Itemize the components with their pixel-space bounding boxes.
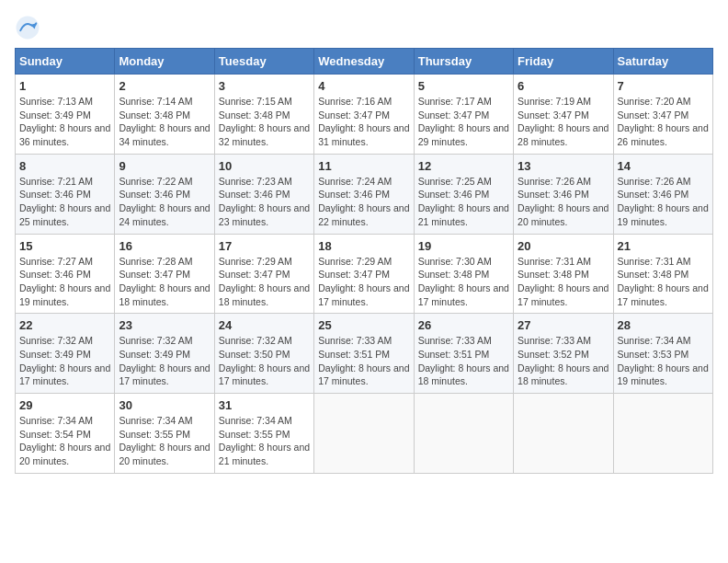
- day-number: 19: [418, 239, 509, 253]
- day-info: Sunrise: 7:27 AM Sunset: 3:46 PM Dayligh…: [19, 255, 110, 309]
- day-number: 28: [618, 318, 709, 332]
- day-info: Sunrise: 7:32 AM Sunset: 3:49 PM Dayligh…: [119, 334, 210, 388]
- calendar-header-tuesday: Tuesday: [214, 49, 313, 75]
- calendar-week-row: 8 Sunrise: 7:21 AM Sunset: 3:46 PM Dayli…: [16, 154, 713, 234]
- calendar-cell: 26 Sunrise: 7:33 AM Sunset: 3:51 PM Dayl…: [414, 314, 513, 394]
- day-number: 1: [19, 79, 110, 93]
- calendar-week-row: 1 Sunrise: 7:13 AM Sunset: 3:49 PM Dayli…: [16, 75, 713, 155]
- day-info: Sunrise: 7:29 AM Sunset: 3:47 PM Dayligh…: [219, 255, 310, 309]
- page-header: [15, 15, 713, 40]
- calendar-cell: 15 Sunrise: 7:27 AM Sunset: 3:46 PM Dayl…: [16, 234, 115, 314]
- calendar-header-friday: Friday: [514, 49, 613, 75]
- calendar-week-row: 22 Sunrise: 7:32 AM Sunset: 3:49 PM Dayl…: [16, 314, 713, 394]
- svg-point-0: [17, 17, 40, 40]
- day-info: Sunrise: 7:32 AM Sunset: 3:50 PM Dayligh…: [219, 334, 310, 388]
- day-number: 4: [318, 79, 409, 93]
- day-number: 11: [318, 159, 409, 173]
- calendar-cell: 2 Sunrise: 7:14 AM Sunset: 3:48 PM Dayli…: [115, 75, 214, 155]
- day-info: Sunrise: 7:19 AM Sunset: 3:47 PM Dayligh…: [518, 95, 609, 149]
- calendar-cell: [314, 394, 414, 474]
- day-number: 10: [219, 159, 310, 173]
- day-info: Sunrise: 7:29 AM Sunset: 3:47 PM Dayligh…: [318, 255, 409, 309]
- day-number: 13: [518, 159, 609, 173]
- day-number: 17: [219, 239, 310, 253]
- calendar-cell: 20 Sunrise: 7:31 AM Sunset: 3:48 PM Dayl…: [514, 234, 613, 314]
- logo-icon: [15, 15, 40, 40]
- calendar-cell: 19 Sunrise: 7:30 AM Sunset: 3:48 PM Dayl…: [414, 234, 513, 314]
- calendar-cell: 13 Sunrise: 7:26 AM Sunset: 3:46 PM Dayl…: [514, 154, 613, 234]
- day-number: 23: [119, 318, 210, 332]
- calendar-cell: 27 Sunrise: 7:33 AM Sunset: 3:52 PM Dayl…: [514, 314, 613, 394]
- calendar-cell: 22 Sunrise: 7:32 AM Sunset: 3:49 PM Dayl…: [16, 314, 115, 394]
- day-info: Sunrise: 7:22 AM Sunset: 3:46 PM Dayligh…: [119, 175, 210, 229]
- day-number: 7: [618, 79, 709, 93]
- day-info: Sunrise: 7:14 AM Sunset: 3:48 PM Dayligh…: [119, 95, 210, 149]
- day-number: 27: [518, 318, 609, 332]
- day-number: 24: [219, 318, 310, 332]
- calendar-cell: 24 Sunrise: 7:32 AM Sunset: 3:50 PM Dayl…: [214, 314, 313, 394]
- calendar-cell: 4 Sunrise: 7:16 AM Sunset: 3:47 PM Dayli…: [314, 75, 414, 155]
- day-info: Sunrise: 7:15 AM Sunset: 3:48 PM Dayligh…: [219, 95, 310, 149]
- day-number: 15: [19, 239, 110, 253]
- calendar-header-thursday: Thursday: [414, 49, 513, 75]
- day-number: 2: [119, 79, 210, 93]
- day-info: Sunrise: 7:31 AM Sunset: 3:48 PM Dayligh…: [618, 255, 709, 309]
- day-info: Sunrise: 7:28 AM Sunset: 3:47 PM Dayligh…: [119, 255, 210, 309]
- calendar-header-row: SundayMondayTuesdayWednesdayThursdayFrid…: [16, 49, 713, 75]
- calendar-cell: 17 Sunrise: 7:29 AM Sunset: 3:47 PM Dayl…: [214, 234, 313, 314]
- calendar-header-sunday: Sunday: [16, 49, 115, 75]
- calendar-cell: [613, 394, 712, 474]
- day-info: Sunrise: 7:16 AM Sunset: 3:47 PM Dayligh…: [318, 95, 409, 149]
- calendar-cell: 16 Sunrise: 7:28 AM Sunset: 3:47 PM Dayl…: [115, 234, 214, 314]
- calendar-cell: 11 Sunrise: 7:24 AM Sunset: 3:46 PM Dayl…: [314, 154, 414, 234]
- day-info: Sunrise: 7:13 AM Sunset: 3:49 PM Dayligh…: [19, 95, 110, 149]
- day-info: Sunrise: 7:25 AM Sunset: 3:46 PM Dayligh…: [418, 175, 509, 229]
- day-info: Sunrise: 7:26 AM Sunset: 3:46 PM Dayligh…: [618, 175, 709, 229]
- day-number: 31: [219, 398, 310, 412]
- calendar-cell: 1 Sunrise: 7:13 AM Sunset: 3:49 PM Dayli…: [16, 75, 115, 155]
- calendar-cell: 8 Sunrise: 7:21 AM Sunset: 3:46 PM Dayli…: [16, 154, 115, 234]
- day-number: 21: [618, 239, 709, 253]
- calendar-cell: 29 Sunrise: 7:34 AM Sunset: 3:54 PM Dayl…: [16, 394, 115, 474]
- calendar-cell: 7 Sunrise: 7:20 AM Sunset: 3:47 PM Dayli…: [613, 75, 712, 155]
- day-number: 18: [318, 239, 409, 253]
- day-info: Sunrise: 7:31 AM Sunset: 3:48 PM Dayligh…: [518, 255, 609, 309]
- day-number: 30: [119, 398, 210, 412]
- calendar-cell: 30 Sunrise: 7:34 AM Sunset: 3:55 PM Dayl…: [115, 394, 214, 474]
- day-info: Sunrise: 7:17 AM Sunset: 3:47 PM Dayligh…: [418, 95, 509, 149]
- calendar-week-row: 15 Sunrise: 7:27 AM Sunset: 3:46 PM Dayl…: [16, 234, 713, 314]
- day-info: Sunrise: 7:32 AM Sunset: 3:49 PM Dayligh…: [19, 334, 110, 388]
- calendar-cell: 14 Sunrise: 7:26 AM Sunset: 3:46 PM Dayl…: [613, 154, 712, 234]
- day-number: 22: [19, 318, 110, 332]
- calendar-cell: 25 Sunrise: 7:33 AM Sunset: 3:51 PM Dayl…: [314, 314, 414, 394]
- calendar-cell: 12 Sunrise: 7:25 AM Sunset: 3:46 PM Dayl…: [414, 154, 513, 234]
- calendar-header-saturday: Saturday: [613, 49, 712, 75]
- day-info: Sunrise: 7:34 AM Sunset: 3:55 PM Dayligh…: [219, 414, 310, 468]
- day-info: Sunrise: 7:30 AM Sunset: 3:48 PM Dayligh…: [418, 255, 509, 309]
- calendar-cell: [414, 394, 513, 474]
- day-info: Sunrise: 7:34 AM Sunset: 3:55 PM Dayligh…: [119, 414, 210, 468]
- day-info: Sunrise: 7:33 AM Sunset: 3:51 PM Dayligh…: [418, 334, 509, 388]
- calendar-cell: 21 Sunrise: 7:31 AM Sunset: 3:48 PM Dayl…: [613, 234, 712, 314]
- calendar-week-row: 29 Sunrise: 7:34 AM Sunset: 3:54 PM Dayl…: [16, 394, 713, 474]
- calendar-table: SundayMondayTuesdayWednesdayThursdayFrid…: [15, 48, 713, 474]
- day-info: Sunrise: 7:33 AM Sunset: 3:52 PM Dayligh…: [518, 334, 609, 388]
- calendar-cell: 5 Sunrise: 7:17 AM Sunset: 3:47 PM Dayli…: [414, 75, 513, 155]
- day-info: Sunrise: 7:24 AM Sunset: 3:46 PM Dayligh…: [318, 175, 409, 229]
- calendar-header-wednesday: Wednesday: [314, 49, 414, 75]
- day-info: Sunrise: 7:34 AM Sunset: 3:54 PM Dayligh…: [19, 414, 110, 468]
- day-number: 9: [119, 159, 210, 173]
- day-number: 14: [618, 159, 709, 173]
- day-info: Sunrise: 7:23 AM Sunset: 3:46 PM Dayligh…: [219, 175, 310, 229]
- day-number: 3: [219, 79, 310, 93]
- calendar-cell: 31 Sunrise: 7:34 AM Sunset: 3:55 PM Dayl…: [214, 394, 313, 474]
- day-number: 6: [518, 79, 609, 93]
- day-number: 25: [318, 318, 409, 332]
- calendar-header-monday: Monday: [115, 49, 214, 75]
- day-info: Sunrise: 7:33 AM Sunset: 3:51 PM Dayligh…: [318, 334, 409, 388]
- calendar-cell: 3 Sunrise: 7:15 AM Sunset: 3:48 PM Dayli…: [214, 75, 313, 155]
- day-number: 20: [518, 239, 609, 253]
- calendar-cell: 9 Sunrise: 7:22 AM Sunset: 3:46 PM Dayli…: [115, 154, 214, 234]
- day-info: Sunrise: 7:26 AM Sunset: 3:46 PM Dayligh…: [518, 175, 609, 229]
- logo: [15, 15, 44, 40]
